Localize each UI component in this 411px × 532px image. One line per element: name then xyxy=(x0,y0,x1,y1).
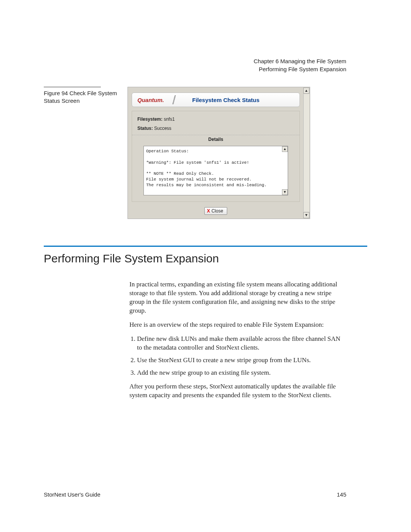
section-divider xyxy=(44,246,367,247)
filesystem-label: Filesystem: xyxy=(137,117,162,122)
status-label: Status: xyxy=(137,126,153,131)
intro-para-1: In practical terms, expanding an existin… xyxy=(129,280,346,315)
outer-scroll-track[interactable] xyxy=(303,94,309,212)
details-heading: Details xyxy=(132,135,299,142)
steps-list: Define new disk LUNs and make them avail… xyxy=(129,335,346,377)
topic-label: Performing File System Expansion xyxy=(254,65,346,73)
brand-slash-icon xyxy=(165,95,184,104)
close-label: Close xyxy=(212,208,223,214)
brand-logo: Quantum. xyxy=(137,97,164,103)
section-body: In practical terms, expanding an existin… xyxy=(129,280,346,400)
status-row: Status: Success xyxy=(137,126,294,131)
filesystem-value: snfs1 xyxy=(164,117,175,122)
footer-guide: StorNext User's Guide xyxy=(44,491,100,498)
page-header: Chapter 6 Managing the File System Perfo… xyxy=(254,57,346,73)
step-item: Add the new stripe group to an existing … xyxy=(137,369,346,377)
dialog-titlebar: Quantum. Filesystem Check Status xyxy=(132,93,300,107)
log-scroll-up-icon[interactable]: ▲ xyxy=(282,146,288,152)
figure-rule xyxy=(44,87,101,87)
dialog-title: Filesystem Check Status xyxy=(192,97,260,103)
chapter-label: Chapter 6 Managing the File System xyxy=(254,57,346,65)
outer-scroll-down-icon[interactable]: ▼ xyxy=(303,212,309,218)
footer-page: 145 xyxy=(337,491,346,498)
log-scroll-down-icon[interactable]: ▼ xyxy=(282,189,288,195)
status-value: Success xyxy=(154,126,171,131)
close-x-icon: X xyxy=(207,208,210,214)
operation-log: Operation Status: *Warning*: File system… xyxy=(143,146,288,195)
step-item: Use the StorNext GUI to create a new str… xyxy=(137,356,346,365)
outer-scroll-up-icon[interactable]: ▲ xyxy=(303,88,309,94)
close-button[interactable]: XClose xyxy=(204,207,228,215)
intro-para-2: Here is an overview of the steps require… xyxy=(129,321,346,329)
figure-caption: Figure 94 Check File System Status Scree… xyxy=(44,89,120,105)
dialog-body: Filesystem: snfs1 Status: Success Detail… xyxy=(132,111,300,202)
filesystem-row: Filesystem: snfs1 xyxy=(137,117,294,122)
intro-para-3: After you perform these steps, StorNext … xyxy=(129,382,346,400)
status-screenshot: ▲ ▼ Quantum. Filesystem Check Status Fil… xyxy=(127,87,310,219)
section-heading: Performing File System Expansion xyxy=(44,252,367,265)
step-item: Define new disk LUNs and make them avail… xyxy=(137,335,346,352)
